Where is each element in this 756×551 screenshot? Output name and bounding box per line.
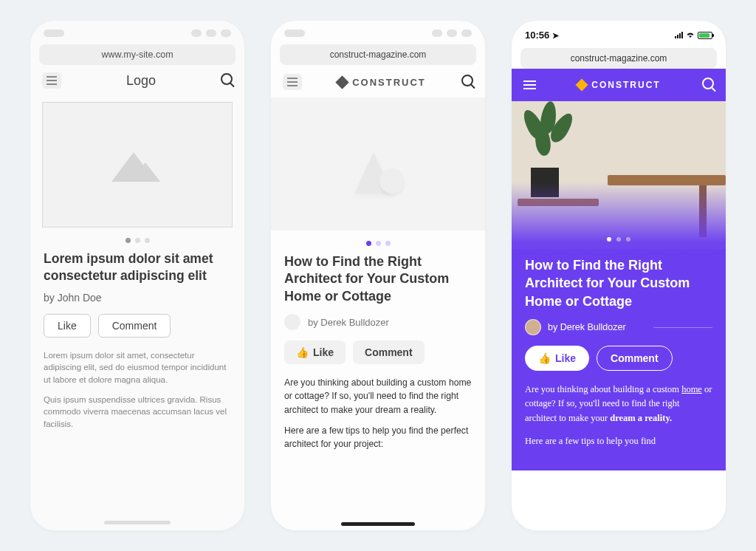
body-para-1: Are you thinking about building a custom… [525, 383, 712, 425]
status-placeholder [271, 21, 485, 37]
comment-button[interactable]: Comment [98, 314, 171, 338]
menu-icon[interactable] [283, 74, 302, 90]
like-button[interactable]: 👍 Like [525, 346, 589, 371]
like-button[interactable]: 👍 Like [284, 340, 346, 364]
article-title: How to Find the Right Architect for Your… [525, 256, 712, 310]
search-icon[interactable] [461, 75, 473, 89]
dot-2[interactable] [616, 237, 621, 242]
brand-text: CONSTRUCT [352, 77, 426, 88]
body-para-1: Lorem ipsum dolor sit amet, consectetur … [44, 349, 231, 386]
author-byline: by Derek Bulldozer [308, 317, 389, 328]
article-title: Lorem ipsum dolor sit amet consectetur a… [44, 250, 231, 284]
sphere-shape [379, 168, 405, 194]
clock: 10:56 [525, 30, 549, 41]
battery-icon [698, 32, 712, 39]
brand-text: CONSTRUCT [591, 80, 660, 90]
location-icon: ➤ [552, 31, 559, 40]
body-para-1: Are you thinking about building a custom… [284, 376, 472, 417]
carousel-dots[interactable] [30, 238, 244, 243]
dot-1[interactable] [366, 241, 371, 246]
author-byline: by Derek Bulldozer [548, 322, 626, 332]
dot-2[interactable] [135, 238, 140, 243]
thumbs-up-icon: 👍 [538, 352, 551, 364]
dot-1[interactable] [126, 238, 131, 243]
search-icon[interactable] [702, 78, 714, 92]
logo: Logo [126, 73, 156, 89]
menu-icon[interactable] [42, 72, 61, 89]
brand-logo: CONSTRUCT [577, 80, 660, 90]
carousel-dots[interactable] [271, 241, 485, 246]
home-indicator[interactable] [104, 521, 171, 524]
dot-3[interactable] [385, 241, 391, 246]
dot-2[interactable] [376, 241, 381, 246]
menu-icon[interactable] [523, 78, 536, 92]
dot-3[interactable] [626, 237, 630, 242]
comment-button[interactable]: Comment [353, 340, 425, 364]
nav-bar: CONSTRUCT [512, 69, 726, 101]
wifi-icon [685, 31, 695, 40]
url-bar[interactable]: www.my-site.com [39, 44, 236, 65]
nav-bar: CONSTRUCT [271, 65, 485, 97]
hifi-phone: 10:56 ➤ construct-magazine.com CONSTRUCT [512, 21, 726, 530]
like-button[interactable]: Like [44, 314, 91, 338]
hero-photo [512, 101, 726, 249]
thumbs-up-icon: 👍 [296, 346, 309, 358]
author-byline: by John Doe [44, 292, 231, 304]
comment-button[interactable]: Comment [597, 346, 673, 371]
midfi-phone: construct-magazine.com CONSTRUCT How to … [271, 21, 485, 530]
status-placeholder [30, 21, 244, 37]
hero-image-placeholder [42, 102, 233, 227]
url-bar[interactable]: construct-magazine.com [520, 48, 717, 69]
image-icon [111, 148, 163, 182]
wireframe-phone: www.my-site.com Logo Lorem ipsum dolor s… [30, 21, 244, 530]
nav-bar: Logo [30, 65, 244, 96]
avatar [284, 314, 300, 330]
status-bar: 10:56 ➤ [512, 21, 726, 45]
hero-image [271, 97, 485, 230]
home-indicator[interactable] [341, 522, 415, 526]
carousel-dots[interactable] [607, 237, 630, 242]
diamond-icon [335, 75, 348, 89]
dot-3[interactable] [145, 238, 150, 243]
url-bar[interactable]: construct-magazine.com [280, 44, 476, 65]
body-para-2: Here are a few tips to help you find [525, 434, 712, 448]
body-para-2: Here are a few tips to help you find the… [284, 424, 472, 451]
diamond-icon [576, 79, 588, 92]
signal-icon [675, 32, 683, 38]
search-icon[interactable] [221, 73, 233, 88]
dot-1[interactable] [607, 237, 611, 242]
avatar [525, 319, 541, 335]
brand-logo: CONSTRUCT [337, 77, 426, 88]
article-title: How to Find the Right Architect for Your… [284, 253, 472, 305]
body-para-2: Quis ipsum suspendisse ultrices gravida.… [44, 394, 231, 431]
